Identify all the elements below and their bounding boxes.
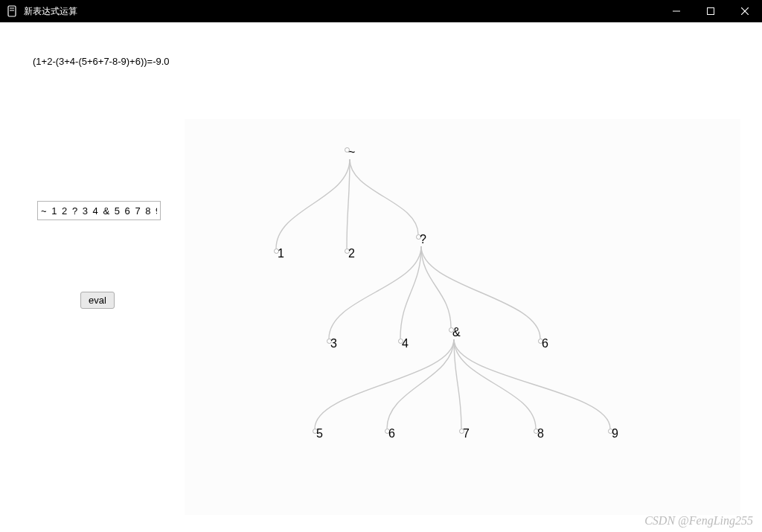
window-title: 新表达式运算	[24, 5, 659, 18]
tree-node-label: 3	[330, 337, 337, 350]
tree-edge	[400, 246, 421, 339]
tree-edge	[387, 339, 454, 429]
tree-node-label: 1	[278, 247, 284, 260]
tree-edge	[276, 159, 350, 249]
eval-button[interactable]: eval	[80, 292, 115, 309]
tree-node-label: 6	[542, 337, 548, 350]
tree-node-label: 8	[537, 427, 544, 440]
tree-edges-layer	[185, 119, 740, 515]
app-icon	[6, 5, 18, 17]
prefix-expression-input[interactable]	[37, 201, 161, 220]
tree-node-label: 6	[388, 427, 395, 440]
watermark: CSDN @FengLing255	[644, 514, 753, 528]
svg-rect-4	[708, 8, 714, 15]
expression-result: (1+2-(3+4-(5+6+7-8-9)+6))=-9.0	[33, 56, 170, 67]
minimize-button[interactable]	[659, 0, 694, 22]
tree-node-label: 2	[348, 247, 355, 260]
svg-rect-0	[8, 6, 16, 16]
tree-node-label: 9	[612, 427, 618, 440]
content-area: (1+2-(3+4-(5+6+7-8-9)+6))=-9.0 eval ~12?…	[0, 22, 762, 532]
tree-node-label: ~	[348, 146, 355, 159]
tree-edge	[454, 339, 536, 429]
tree-edge	[421, 246, 540, 339]
tree-node-label: 5	[316, 427, 323, 440]
tree-node-label: &	[452, 326, 461, 339]
tree-edge	[329, 246, 421, 339]
tree-node-label: ?	[420, 233, 426, 246]
tree-edge	[421, 246, 451, 327]
tree-edge	[350, 159, 418, 234]
tree-node-label: 4	[402, 337, 409, 350]
window-controls	[659, 0, 762, 22]
tree-node-label: 7	[463, 427, 470, 440]
tree-canvas: ~12?34&656789	[185, 119, 740, 515]
titlebar: 新表达式运算	[0, 0, 762, 22]
maximize-button[interactable]	[694, 0, 728, 22]
close-button[interactable]	[728, 0, 762, 22]
tree-edge	[315, 339, 454, 429]
